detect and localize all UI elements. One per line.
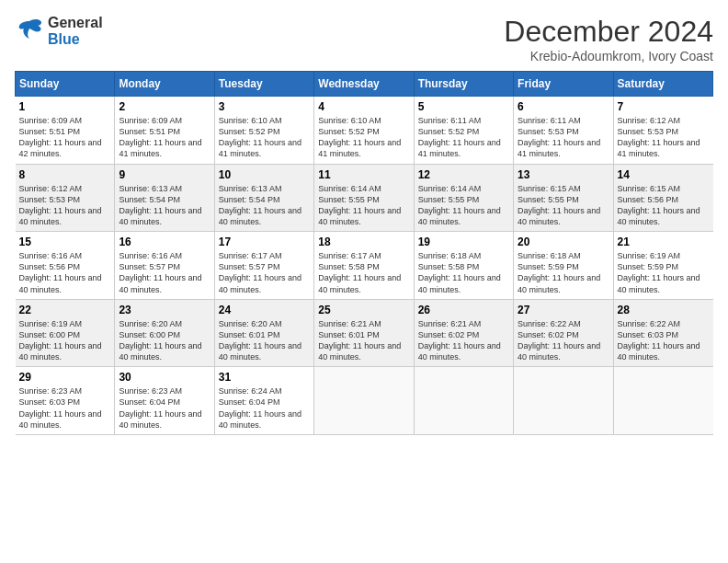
calendar-table: Sunday Monday Tuesday Wednesday Thursday…	[15, 71, 713, 435]
table-cell: 23 Sunrise: 6:20 AMSunset: 6:00 PMDaylig…	[115, 299, 214, 367]
table-cell: 5 Sunrise: 6:11 AMSunset: 5:52 PMDayligh…	[414, 97, 513, 165]
day-info: Sunrise: 6:12 AMSunset: 5:53 PMDaylight:…	[19, 183, 111, 228]
col-friday: Friday	[514, 72, 613, 97]
day-number: 1	[19, 100, 111, 113]
day-number: 27	[518, 304, 609, 316]
day-info: Sunrise: 6:22 AMSunset: 6:03 PMDaylight:…	[618, 318, 710, 363]
table-cell: 30 Sunrise: 6:23 AMSunset: 6:04 PMDaylig…	[115, 367, 214, 435]
day-number: 19	[418, 236, 509, 248]
day-info: Sunrise: 6:16 AMSunset: 5:56 PMDaylight:…	[19, 250, 111, 295]
day-info: Sunrise: 6:11 AMSunset: 5:53 PMDaylight:…	[518, 115, 609, 160]
day-number: 2	[119, 100, 210, 113]
logo-text: General Blue	[48, 15, 103, 48]
day-number: 7	[618, 100, 710, 113]
day-info: Sunrise: 6:12 AMSunset: 5:53 PMDaylight:…	[618, 115, 710, 160]
day-info: Sunrise: 6:23 AMSunset: 6:03 PMDaylight:…	[19, 385, 111, 431]
day-number: 10	[219, 168, 310, 181]
calendar-week-row: 29 Sunrise: 6:23 AMSunset: 6:03 PMDaylig…	[16, 367, 713, 435]
day-number: 11	[318, 168, 409, 181]
logo: General Blue	[15, 15, 103, 48]
day-number: 23	[119, 304, 210, 316]
day-number: 31	[219, 371, 310, 384]
calendar-week-row: 8 Sunrise: 6:12 AMSunset: 5:53 PMDayligh…	[16, 164, 713, 232]
day-number: 8	[19, 168, 111, 181]
col-monday: Monday	[115, 72, 214, 97]
day-number: 29	[19, 371, 111, 384]
table-cell	[314, 367, 414, 435]
day-number: 22	[19, 304, 111, 316]
day-info: Sunrise: 6:17 AMSunset: 5:57 PMDaylight:…	[219, 250, 310, 295]
day-info: Sunrise: 6:11 AMSunset: 5:52 PMDaylight:…	[418, 115, 509, 160]
table-cell: 29 Sunrise: 6:23 AMSunset: 6:03 PMDaylig…	[16, 367, 115, 435]
day-number: 15	[19, 236, 111, 248]
day-info: Sunrise: 6:24 AMSunset: 6:04 PMDaylight:…	[219, 385, 310, 431]
day-number: 9	[119, 168, 210, 181]
day-number: 18	[318, 236, 409, 248]
day-number: 17	[219, 236, 310, 248]
day-number: 6	[518, 100, 609, 113]
table-cell: 15 Sunrise: 6:16 AMSunset: 5:56 PMDaylig…	[16, 232, 115, 300]
calendar-header-row: Sunday Monday Tuesday Wednesday Thursday…	[16, 72, 713, 97]
table-cell: 16 Sunrise: 6:16 AMSunset: 5:57 PMDaylig…	[115, 232, 214, 300]
day-info: Sunrise: 6:18 AMSunset: 5:59 PMDaylight:…	[518, 250, 609, 295]
day-info: Sunrise: 6:21 AMSunset: 6:01 PMDaylight:…	[318, 318, 409, 363]
day-number: 30	[119, 371, 210, 384]
day-info: Sunrise: 6:19 AMSunset: 6:00 PMDaylight:…	[19, 318, 111, 363]
day-info: Sunrise: 6:20 AMSunset: 6:01 PMDaylight:…	[219, 318, 310, 363]
col-wednesday: Wednesday	[314, 72, 414, 97]
day-info: Sunrise: 6:13 AMSunset: 5:54 PMDaylight:…	[119, 183, 210, 228]
table-cell: 18 Sunrise: 6:17 AMSunset: 5:58 PMDaylig…	[314, 232, 414, 300]
day-number: 21	[618, 236, 710, 248]
table-cell: 7 Sunrise: 6:12 AMSunset: 5:53 PMDayligh…	[613, 97, 712, 165]
day-number: 4	[318, 100, 409, 113]
day-number: 26	[418, 304, 509, 316]
day-number: 5	[418, 100, 509, 113]
calendar-week-row: 15 Sunrise: 6:16 AMSunset: 5:56 PMDaylig…	[16, 232, 713, 300]
table-cell: 19 Sunrise: 6:18 AMSunset: 5:58 PMDaylig…	[414, 232, 513, 300]
day-number: 28	[618, 304, 710, 316]
table-cell: 6 Sunrise: 6:11 AMSunset: 5:53 PMDayligh…	[514, 97, 613, 165]
table-cell: 25 Sunrise: 6:21 AMSunset: 6:01 PMDaylig…	[314, 299, 414, 367]
day-info: Sunrise: 6:23 AMSunset: 6:04 PMDaylight:…	[119, 385, 210, 431]
calendar-week-row: 1 Sunrise: 6:09 AMSunset: 5:51 PMDayligh…	[16, 97, 713, 165]
table-cell: 17 Sunrise: 6:17 AMSunset: 5:57 PMDaylig…	[214, 232, 313, 300]
table-cell: 1 Sunrise: 6:09 AMSunset: 5:51 PMDayligh…	[16, 97, 115, 165]
calendar-week-row: 22 Sunrise: 6:19 AMSunset: 6:00 PMDaylig…	[16, 299, 713, 367]
title-block: December 2024 Krebio-Adoumkrom, Ivory Co…	[504, 15, 713, 63]
day-info: Sunrise: 6:10 AMSunset: 5:52 PMDaylight:…	[219, 115, 310, 160]
day-number: 20	[518, 236, 609, 248]
day-info: Sunrise: 6:22 AMSunset: 6:02 PMDaylight:…	[518, 318, 609, 363]
day-info: Sunrise: 6:15 AMSunset: 5:56 PMDaylight:…	[618, 183, 710, 228]
day-info: Sunrise: 6:19 AMSunset: 5:59 PMDaylight:…	[618, 250, 710, 295]
day-number: 24	[219, 304, 310, 316]
table-cell: 28 Sunrise: 6:22 AMSunset: 6:03 PMDaylig…	[613, 299, 712, 367]
day-info: Sunrise: 6:20 AMSunset: 6:00 PMDaylight:…	[119, 318, 210, 363]
day-number: 13	[518, 168, 609, 181]
col-saturday: Saturday	[613, 72, 712, 97]
col-thursday: Thursday	[414, 72, 513, 97]
day-number: 25	[318, 304, 409, 316]
day-number: 14	[618, 168, 710, 181]
table-cell: 3 Sunrise: 6:10 AMSunset: 5:52 PMDayligh…	[214, 97, 313, 165]
day-info: Sunrise: 6:16 AMSunset: 5:57 PMDaylight:…	[119, 250, 210, 295]
table-cell: 31 Sunrise: 6:24 AMSunset: 6:04 PMDaylig…	[214, 367, 313, 435]
table-cell: 24 Sunrise: 6:20 AMSunset: 6:01 PMDaylig…	[214, 299, 313, 367]
day-info: Sunrise: 6:14 AMSunset: 5:55 PMDaylight:…	[318, 183, 409, 228]
table-cell: 10 Sunrise: 6:13 AMSunset: 5:54 PMDaylig…	[214, 164, 313, 232]
day-info: Sunrise: 6:09 AMSunset: 5:51 PMDaylight:…	[119, 115, 210, 160]
day-info: Sunrise: 6:21 AMSunset: 6:02 PMDaylight:…	[418, 318, 509, 363]
day-info: Sunrise: 6:10 AMSunset: 5:52 PMDaylight:…	[318, 115, 409, 160]
table-cell: 2 Sunrise: 6:09 AMSunset: 5:51 PMDayligh…	[115, 97, 214, 165]
table-cell: 20 Sunrise: 6:18 AMSunset: 5:59 PMDaylig…	[514, 232, 613, 300]
table-cell: 11 Sunrise: 6:14 AMSunset: 5:55 PMDaylig…	[314, 164, 414, 232]
table-cell: 27 Sunrise: 6:22 AMSunset: 6:02 PMDaylig…	[514, 299, 613, 367]
day-number: 12	[418, 168, 509, 181]
table-cell	[613, 367, 712, 435]
table-cell: 12 Sunrise: 6:14 AMSunset: 5:55 PMDaylig…	[414, 164, 513, 232]
page-header: General Blue December 2024 Krebio-Adoumk…	[15, 15, 713, 63]
day-info: Sunrise: 6:18 AMSunset: 5:58 PMDaylight:…	[418, 250, 509, 295]
calendar-subtitle: Krebio-Adoumkrom, Ivory Coast	[504, 49, 713, 63]
table-cell: 13 Sunrise: 6:15 AMSunset: 5:55 PMDaylig…	[514, 164, 613, 232]
table-cell: 4 Sunrise: 6:10 AMSunset: 5:52 PMDayligh…	[314, 97, 414, 165]
day-info: Sunrise: 6:17 AMSunset: 5:58 PMDaylight:…	[318, 250, 409, 295]
